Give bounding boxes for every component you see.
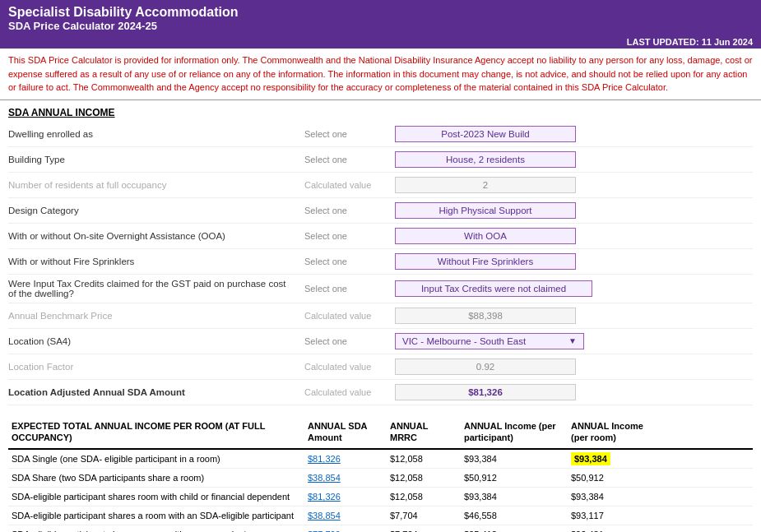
table-col-header-income-room: ANNUAL Income (per room) xyxy=(568,419,658,446)
residents-value: 2 xyxy=(395,177,576,193)
row2-income-room: $50,912 xyxy=(568,471,658,484)
fire-sprinklers-value: Without Fire Sprinklers xyxy=(438,257,533,266)
building-type-label: Building Type xyxy=(8,155,304,164)
residents-input-area: 2 xyxy=(395,177,753,193)
building-type-dropdown[interactable]: House, 2 residents xyxy=(395,151,576,168)
ooa-dropdown[interactable]: With OOA xyxy=(395,228,576,244)
location-select-label: Select one xyxy=(304,336,395,346)
benchmark-price-input-area: $88,398 xyxy=(395,308,753,324)
adjusted-amount-calc-label: Calculated value xyxy=(304,387,395,397)
benchmark-price-label: Annual Benchmark Price xyxy=(8,311,304,321)
form-row-benchmark-price: Annual Benchmark Price Calculated value … xyxy=(8,303,753,329)
design-category-label: Design Category xyxy=(8,206,304,215)
adjusted-amount-label: Location Adjusted Annual SDA Amount xyxy=(8,387,304,397)
form-row-location: Location (SA4) Select one VIC - Melbourn… xyxy=(8,329,753,354)
ooa-input-area: With OOA xyxy=(395,228,753,244)
form-area: Dwelling enrolled as Select one Post-202… xyxy=(0,122,761,405)
table-col-header-desc: EXPECTED TOTAL ANNUAL INCOME PER ROOM (A… xyxy=(8,419,304,446)
location-factor-value: 0.92 xyxy=(395,359,576,375)
form-row-design-category: Design Category Select one High Physical… xyxy=(8,198,753,224)
row1-sda: $81,326 xyxy=(304,452,387,465)
tax-credits-value: Input Tax Credits were not claimed xyxy=(421,284,566,294)
row1-income-participant: $93,384 xyxy=(461,452,568,465)
building-type-value: House, 2 residents xyxy=(446,155,525,164)
row2-sda: $38,854 xyxy=(304,471,387,484)
ooa-value: With OOA xyxy=(464,231,507,241)
form-row-location-factor: Location Factor Calculated value 0.92 xyxy=(8,354,753,380)
row1-label: SDA Single (one SDA- eligible participan… xyxy=(8,452,304,465)
row1-income-room-highlighted: $93,384 xyxy=(571,452,610,465)
design-category-input-area: High Physical Support xyxy=(395,202,753,219)
row5-income-room: $92,481 xyxy=(568,528,658,532)
table-row: SDA Share (two SDA participants share a … xyxy=(8,469,753,488)
dwelling-select-label: Select one xyxy=(304,129,395,139)
dwelling-input-area: Post-2023 New Build xyxy=(395,126,753,142)
table-col-header-income-participant: ANNUAL Income (per participant) xyxy=(461,419,568,446)
section-title: SDA ANNUAL INCOME xyxy=(0,100,761,122)
row1-mrrc: $12,058 xyxy=(387,452,461,465)
dwelling-dropdown[interactable]: Post-2023 New Build xyxy=(395,126,576,142)
table-row: SDA-eligible participant shares room wit… xyxy=(8,488,753,507)
location-dropdown[interactable]: VIC - Melbourne - South East ▼ xyxy=(395,333,584,349)
residents-calc-label: Calculated value xyxy=(304,180,395,190)
row3-label: SDA-eligible participant shares room wit… xyxy=(8,490,304,503)
table-col-header-mrrc: ANNUAL MRRC xyxy=(387,419,461,446)
row4-label: SDA-eligible participant shares a room w… xyxy=(8,509,304,522)
fire-sprinklers-dropdown[interactable]: Without Fire Sprinklers xyxy=(395,253,576,270)
design-category-value: High Physical Support xyxy=(439,206,531,215)
tax-credits-dropdown[interactable]: Input Tax Credits were not claimed xyxy=(395,280,592,297)
table-row: SDA-eligible participant shares a room w… xyxy=(8,507,753,525)
row4-mrrc: $7,704 xyxy=(387,509,461,522)
row2-mrrc: $12,058 xyxy=(387,471,461,484)
form-row-building-type: Building Type Select one House, 2 reside… xyxy=(8,147,753,173)
tax-credits-input-area: Input Tax Credits were not claimed xyxy=(395,280,753,297)
form-row-tax-credits: Were Input Tax Credits claimed for the G… xyxy=(8,275,753,303)
row2-label: SDA Share (two SDA participants share a … xyxy=(8,471,304,484)
table-col-header-sda: ANNUAL SDA Amount xyxy=(304,419,387,446)
form-row-adjusted-amount: Location Adjusted Annual SDA Amount Calc… xyxy=(8,380,753,405)
adjusted-amount-input-area: $81,326 xyxy=(395,384,753,400)
location-factor-label: Location Factor xyxy=(8,362,304,372)
form-row-fire-sprinklers: With or without Fire Sprinklers Select o… xyxy=(8,249,753,275)
design-category-dropdown[interactable]: High Physical Support xyxy=(395,202,576,219)
design-category-select-label: Select one xyxy=(304,206,395,215)
table-section: EXPECTED TOTAL ANNUAL INCOME PER ROOM (A… xyxy=(0,410,761,533)
dwelling-value: Post-2023 New Build xyxy=(441,129,529,139)
row4-income-room: $93,117 xyxy=(568,509,658,522)
building-type-input-area: House, 2 residents xyxy=(395,151,753,168)
building-type-select-label: Select one xyxy=(304,155,395,164)
row5-income-participant: $85,413 xyxy=(461,528,568,532)
ooa-select-label: Select one xyxy=(304,231,395,241)
residents-label: Number of residents at full occupancy xyxy=(8,180,304,190)
location-value: VIC - Melbourne - South East xyxy=(402,336,526,346)
fire-sprinklers-label: With or without Fire Sprinklers xyxy=(8,257,304,266)
fire-sprinklers-input-area: Without Fire Sprinklers xyxy=(395,253,753,270)
last-updated-label: LAST UPDATED: xyxy=(627,37,699,47)
location-factor-input-area: 0.92 xyxy=(395,359,753,375)
row5-sda: $77,709 xyxy=(304,528,387,532)
adjusted-amount-value: $81,326 xyxy=(395,384,576,400)
location-input-area: VIC - Melbourne - South East ▼ xyxy=(395,333,753,349)
tax-credits-label: Were Input Tax Credits claimed for the G… xyxy=(8,279,304,298)
row3-income-room: $93,384 xyxy=(568,490,658,503)
row5-mrrc: $7,704 xyxy=(387,528,461,532)
row2-income-participant: $50,912 xyxy=(461,471,568,484)
row1-income-room: $93,384 xyxy=(568,452,658,465)
row4-sda: $38,854 xyxy=(304,509,387,522)
table-header: EXPECTED TOTAL ANNUAL INCOME PER ROOM (A… xyxy=(8,419,753,451)
form-row-ooa: With or without On-site Overnight Assist… xyxy=(8,224,753,249)
form-row-dwelling: Dwelling enrolled as Select one Post-202… xyxy=(8,122,753,147)
tax-credits-select-label: Select one xyxy=(304,284,395,294)
ooa-label: With or without On-site Overnight Assist… xyxy=(8,231,304,241)
app-subtitle: SDA Price Calculator 2024-25 xyxy=(8,20,753,32)
row3-mrrc: $12,058 xyxy=(387,490,461,503)
dwelling-label: Dwelling enrolled as xyxy=(8,129,304,139)
table-row: SDA-eligible participant shares a room w… xyxy=(8,525,753,532)
row4-income-participant: $46,558 xyxy=(461,509,568,522)
disclaimer-text: This SDA Price Calculator is provided fo… xyxy=(0,49,761,100)
row5-label: SDA-eligible participant shares a room w… xyxy=(8,528,304,532)
fire-sprinklers-select-label: Select one xyxy=(304,257,395,266)
benchmark-price-value: $88,398 xyxy=(395,308,576,324)
location-label: Location (SA4) xyxy=(8,336,304,346)
benchmark-price-calc-label: Calculated value xyxy=(304,311,395,321)
